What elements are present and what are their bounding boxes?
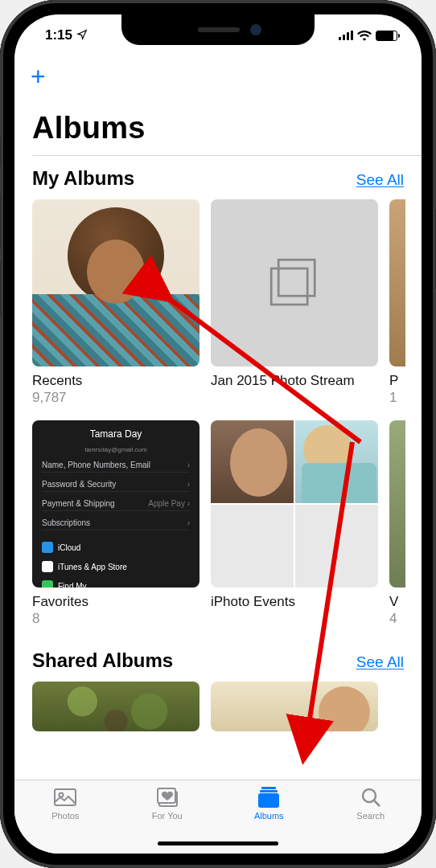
tab-label: For You: [152, 811, 183, 821]
album-favorites[interactable]: Tamara Day tamrsday@gmail.com Name, Phon…: [32, 420, 199, 627]
settings-row: Subscriptions›: [42, 516, 190, 530]
album-thumbnail[interactable]: [32, 682, 199, 731]
album-thumbnail[interactable]: [211, 199, 378, 366]
contact-name: Tamara Day: [42, 428, 190, 440]
side-button: [0, 193, 1, 249]
side-button: [0, 261, 1, 317]
svg-rect-0: [278, 260, 315, 296]
album-thumbnail[interactable]: [389, 199, 405, 366]
svg-point-5: [60, 793, 64, 797]
svg-rect-4: [55, 789, 76, 805]
section-header-shared-albums: Shared Albums See All: [14, 627, 422, 682]
svg-rect-10: [258, 793, 279, 808]
album-thumbnail[interactable]: [389, 420, 405, 588]
see-all-link[interactable]: See All: [356, 653, 404, 671]
tab-for-you[interactable]: For You: [117, 787, 219, 821]
svg-line-12: [374, 800, 380, 806]
album-thumbnail[interactable]: [32, 199, 199, 366]
album-name: P: [389, 373, 405, 389]
svg-point-11: [363, 789, 376, 802]
album-row[interactable]: [14, 682, 422, 731]
section-title: Shared Albums: [32, 649, 173, 672]
contact-email: tamrsday@gmail.com: [42, 446, 190, 453]
photos-icon: [53, 787, 77, 808]
shared-album[interactable]: [32, 682, 199, 731]
album-count: 8: [32, 611, 199, 627]
tab-photos[interactable]: Photos: [14, 787, 117, 821]
album-thumbnail[interactable]: [211, 682, 378, 731]
svg-rect-8: [261, 787, 276, 789]
battery-icon: [376, 31, 397, 41]
tab-search[interactable]: Search: [320, 787, 422, 821]
home-indicator[interactable]: [158, 841, 278, 845]
album-name: iPhoto Events: [211, 594, 378, 610]
svg-rect-9: [260, 790, 278, 792]
wifi-icon: [357, 30, 372, 41]
settings-row: Find My: [42, 579, 190, 588]
page-title: Albums: [14, 96, 422, 155]
settings-row: iTunes & App Store: [42, 559, 190, 574]
settings-row: Name, Phone Numbers, Email›: [42, 458, 190, 473]
cellular-icon: [339, 31, 354, 40]
shared-album[interactable]: [211, 682, 378, 731]
album-iphoto-events[interactable]: iPhoto Events: [211, 420, 378, 627]
search-icon: [359, 787, 383, 808]
tab-albums[interactable]: Albums: [218, 787, 320, 821]
album-name: Recents: [32, 373, 199, 389]
screen: 1:15 + Albums My Albums See All: [14, 14, 422, 854]
settings-row: iCloud: [42, 540, 190, 555]
album-name: Favorites: [32, 594, 199, 610]
album-count: 4: [389, 611, 405, 627]
album-photo-stream[interactable]: Jan 2015 Photo Stream: [211, 199, 378, 406]
content-scroll[interactable]: Albums My Albums See All Recents 9,787 J…: [14, 96, 422, 780]
section-title: My Albums: [32, 167, 134, 190]
album-row[interactable]: Recents 9,787 Jan 2015 Photo Stream P 1: [14, 199, 422, 406]
location-icon: [76, 29, 88, 43]
album-count: 1: [389, 390, 405, 406]
add-album-button[interactable]: +: [31, 63, 46, 89]
album-peek[interactable]: P 1: [389, 199, 405, 406]
settings-row: Payment & ShippingApple Pay ›: [42, 497, 190, 511]
album-name: V: [389, 594, 405, 610]
album-row[interactable]: Tamara Day tamrsday@gmail.com Name, Phon…: [14, 420, 422, 627]
album-thumbnail[interactable]: [211, 420, 378, 588]
album-count: 9,787: [32, 390, 199, 406]
see-all-link[interactable]: See All: [356, 171, 404, 189]
album-thumbnail[interactable]: Tamara Day tamrsday@gmail.com Name, Phon…: [32, 420, 199, 588]
album-recents[interactable]: Recents 9,787: [32, 199, 199, 406]
tab-label: Photos: [51, 811, 79, 821]
iphone-frame: 1:15 + Albums My Albums See All: [0, 0, 436, 868]
settings-row: Password & Security›: [42, 477, 190, 492]
tab-bar: Photos For You Albums Search: [14, 780, 422, 854]
side-button: [0, 137, 1, 167]
status-time: 1:15: [45, 27, 72, 43]
tab-label: Search: [356, 811, 385, 821]
svg-rect-1: [271, 268, 307, 305]
section-header-my-albums: My Albums See All: [14, 156, 422, 199]
notch: [121, 14, 315, 45]
tab-label: Albums: [254, 811, 284, 821]
album-name: Jan 2015 Photo Stream: [211, 373, 378, 389]
album-peek[interactable]: V 4: [389, 420, 405, 627]
nav-bar: +: [14, 56, 422, 96]
stack-icon: [258, 247, 331, 319]
for-you-icon: [155, 787, 179, 808]
albums-icon: [257, 787, 281, 808]
